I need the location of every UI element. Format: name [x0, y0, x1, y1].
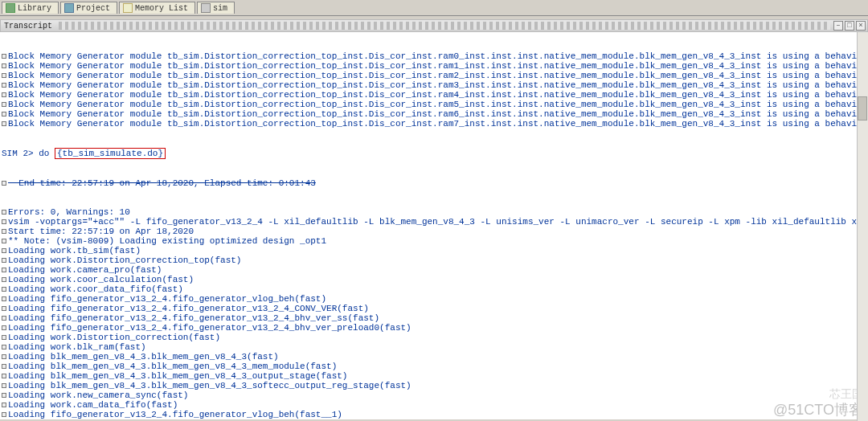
line-marker-icon — [2, 412, 6, 417]
transcript-line: Block Memory Generator module tb_sim.Dis… — [0, 119, 868, 129]
tab-memory-list[interactable]: Memory List — [119, 2, 195, 14]
line-marker-icon — [2, 181, 6, 186]
transcript-line: Loading work.new_camera_sync(fast) — [0, 390, 868, 400]
library-icon — [6, 3, 15, 13]
line-marker-icon — [2, 258, 6, 263]
transcript-line: Loading fifo_generator_v13_2_4.fifo_gene… — [0, 304, 868, 313]
transcript-line: Loading work.Distortion_correction(fast) — [0, 333, 868, 342]
panel-close-icon[interactable]: × — [856, 21, 866, 31]
panel-min-icon[interactable]: – — [833, 21, 843, 31]
line-marker-icon — [2, 229, 6, 234]
transcript-line: Errors: 0, Warnings: 10 — [0, 207, 868, 217]
transcript-line: Loading work.camera_pro(fast) — [0, 265, 868, 275]
header-grip[interactable] — [59, 22, 830, 30]
transcript-line: Block Memory Generator module tb_sim.Dis… — [0, 51, 868, 61]
watermark-text: @51CTO博客 — [773, 405, 863, 415]
transcript-line: vsim -voptargs="+acc"" -L fifo_generator… — [0, 217, 868, 227]
transcript-line: Loading blk_mem_gen_v8_4_3.blk_mem_gen_v… — [0, 381, 868, 390]
line-marker-icon — [2, 112, 6, 116]
line-marker-icon — [2, 210, 6, 215]
line-marker-icon — [2, 403, 6, 407]
transcript-line: Loading blk_mem_gen_v8_4_3.blk_mem_gen_v… — [0, 362, 868, 371]
transcript-line: Loading blk_mem_gen_v8_4_3.blk_mem_gen_v… — [0, 352, 868, 362]
line-marker-icon — [2, 83, 6, 88]
tab-label: sim — [213, 4, 227, 13]
line-marker-icon — [2, 325, 6, 330]
scrollbar-thumb[interactable] — [858, 96, 867, 121]
struck-text: End time: 22:57:19 on Apr 18,2020, Elaps… — [8, 178, 316, 188]
transcript-line: ** Note: (vsim-8009) Loading existing op… — [0, 236, 868, 246]
transcript-line: Loading blk_mem_gen_v8_4_3.blk_mem_gen_v… — [0, 371, 868, 381]
panel-title: Transcript — [4, 22, 52, 31]
tab-library[interactable]: Library — [2, 2, 59, 14]
transcript-line: Block Memory Generator module tb_sim.Dis… — [0, 71, 868, 80]
line-marker-icon — [2, 239, 6, 243]
line-marker-icon — [2, 102, 6, 107]
transcript-line: Loading work.coor_calculation(fast) — [0, 275, 868, 284]
command-prefix: SIM 2> do — [2, 149, 55, 158]
sim-icon — [201, 3, 211, 13]
panel-header-buttons: – □ × — [833, 21, 867, 31]
line-marker-icon — [2, 219, 6, 224]
transcript-line: Block Memory Generator module tb_sim.Dis… — [0, 90, 868, 100]
transcript-line: Loading work.coor_data_fifo(fast) — [0, 284, 868, 294]
transcript-line: Loading fifo_generator_v13_2_4.fifo_gene… — [0, 294, 868, 304]
tab-label: Memory List — [135, 4, 188, 13]
memory-icon — [123, 3, 133, 13]
line-marker-icon — [2, 383, 6, 388]
line-marker-icon — [2, 287, 6, 292]
transcript-line: Block Memory Generator module tb_sim.Dis… — [0, 109, 868, 119]
transcript-line: Loading work.cam_data_fifo(fast) — [0, 400, 868, 410]
transcript-line: Loading fifo_generator_v13_2_4.fifo_gene… — [0, 313, 868, 323]
line-marker-icon — [2, 393, 6, 398]
transcript-line: Loading work.tb_sim(fast) — [0, 246, 868, 255]
window-tabbar: Library Project Memory List sim — [0, 0, 868, 16]
transcript-line: Loading work.blk_ram(fast) — [0, 342, 868, 352]
line-marker-icon — [2, 277, 6, 282]
transcript-line: Loading work.Distortion_correction_top(f… — [0, 255, 868, 265]
line-marker-icon — [2, 248, 6, 253]
line-marker-icon — [2, 63, 6, 68]
command-line: SIM 2> do {tb_sim_simulate.do} — [0, 148, 868, 159]
tab-label: Project — [76, 4, 110, 13]
line-marker-icon — [2, 54, 6, 59]
command-highlight: {tb_sim_simulate.do} — [55, 148, 166, 159]
line-marker-icon — [2, 335, 6, 340]
line-marker-icon — [2, 374, 6, 378]
transcript-line: Block Memory Generator module tb_sim.Dis… — [0, 61, 868, 71]
line-marker-icon — [2, 121, 6, 126]
transcript-line: Block Memory Generator module tb_sim.Dis… — [0, 100, 868, 109]
line-marker-icon — [2, 268, 6, 272]
transcript-header: Transcript – □ × — [0, 19, 868, 32]
transcript-line: Block Memory Generator module tb_sim.Dis… — [0, 80, 868, 90]
transcript-body[interactable]: Block Memory Generator module tb_sim.Dis… — [0, 32, 868, 419]
transcript-line: Loading fifo_generator_v13_2_4.fifo_gene… — [0, 323, 868, 333]
line-marker-icon — [2, 73, 6, 78]
line-marker-icon — [2, 354, 6, 359]
line-marker-icon — [2, 296, 6, 301]
tab-label: Library — [18, 4, 51, 13]
panel-max-icon[interactable]: □ — [845, 21, 854, 31]
line-marker-icon — [2, 316, 6, 321]
tab-project[interactable]: Project — [60, 2, 117, 14]
tab-sim[interactable]: sim — [197, 2, 235, 14]
line-marker-icon — [2, 306, 6, 311]
line-marker-icon — [2, 364, 6, 369]
struck-line: End time: 22:57:19 on Apr 18,2020, Elaps… — [0, 178, 868, 188]
transcript-line: Loading fifo_generator_v13_2_4.fifo_gene… — [0, 410, 868, 419]
project-icon — [64, 3, 74, 13]
line-marker-icon — [2, 92, 6, 97]
scrollbar-vertical[interactable] — [857, 32, 868, 421]
transcript-line: Start time: 22:57:19 on Apr 18,2020 — [0, 227, 868, 236]
line-marker-icon — [2, 345, 6, 349]
